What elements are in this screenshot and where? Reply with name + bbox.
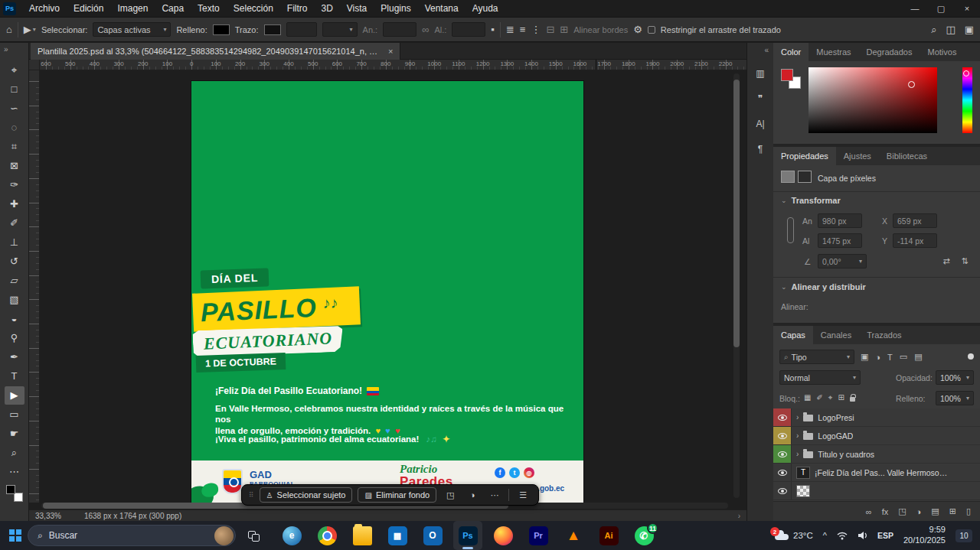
flip-horizontal-icon[interactable]: ⇄ [939, 254, 954, 268]
document-tab[interactable]: Plantilla 2025.psd al 33,3% (504664122_5… [31, 43, 400, 60]
path-arrangement-icon[interactable]: ≡ [520, 24, 526, 35]
start-button[interactable] [5, 521, 26, 550]
new-group-icon[interactable]: ▤ [931, 506, 939, 516]
gear-icon[interactable]: ⚙ [633, 24, 642, 35]
more-options-icon[interactable]: ⋯ [486, 487, 503, 503]
menu-imagen[interactable]: Imagen [110, 0, 155, 17]
contextbar-drag-handle[interactable]: ⠿ [249, 491, 254, 499]
menu-capa[interactable]: Capa [155, 0, 191, 17]
menu-3d[interactable]: 3D [314, 0, 339, 17]
tab-color[interactable]: Color [773, 43, 808, 61]
task-view-button[interactable] [240, 521, 266, 550]
lock-all-icon[interactable] [850, 397, 855, 402]
weather-widget[interactable]: 2 23°C [775, 531, 813, 540]
saturation-brightness-field[interactable] [808, 67, 937, 133]
clock[interactable]: 9:59 20/10/2025 [903, 525, 946, 546]
tab-close-icon[interactable]: × [388, 47, 393, 56]
minimize-icon[interactable]: — [902, 0, 928, 17]
comments-panel-icon[interactable]: ❞ [751, 89, 769, 108]
bar-properties-icon[interactable]: ☰ [514, 487, 531, 503]
adjustment-layer-icon[interactable]: ◑ [916, 507, 922, 516]
crop-tool[interactable]: ⌗ [5, 138, 24, 156]
menu-ventana[interactable]: Ventana [418, 0, 466, 17]
taskbar-app-premiere[interactable]: Pr [524, 521, 553, 550]
rotation-field[interactable]: 0,00° ▾ [818, 254, 867, 268]
taskbar-app-firefox[interactable] [488, 521, 518, 550]
menu-selección[interactable]: Selección [227, 0, 280, 17]
workspace-panel-icon[interactable]: ◫ [946, 24, 955, 35]
lock-paint-icon[interactable]: ✐ [816, 393, 822, 402]
stroke-swatch[interactable] [264, 24, 281, 35]
layer-row[interactable] [773, 482, 980, 500]
opacity-field[interactable]: 100% ▾ [936, 370, 974, 385]
paragraph-panel-icon[interactable]: ¶ [751, 140, 769, 158]
foreground-color-swatch[interactable] [781, 69, 793, 81]
layer-visibility-toggle[interactable] [773, 427, 792, 444]
blend-mode-dropdown[interactable]: Normal ▾ [779, 370, 861, 385]
zoom-level[interactable]: 33,33% [35, 512, 61, 520]
shape-width-field[interactable] [383, 22, 416, 37]
workspace-switcher-icon[interactable]: ▣ [965, 24, 974, 35]
move-tool[interactable]: ⌖ [5, 61, 24, 80]
layer-row[interactable]: T¡Feliz Día del Pas... Valle Hermoso, ce [773, 464, 980, 482]
filter-adjustment-layers-icon[interactable]: ◑ [875, 353, 880, 362]
hidden-icons-chevron[interactable]: ^ [823, 531, 827, 540]
menu-texto[interactable]: Texto [191, 0, 227, 17]
eyedropper-tool[interactable]: ✑ [5, 176, 24, 194]
expand-group-icon[interactable]: › [796, 450, 799, 458]
home-icon[interactable]: ⌂ [6, 24, 12, 35]
restore-icon[interactable]: ▢ [928, 0, 954, 17]
select-subject-button[interactable]: ♙ Seleccionar sujeto [260, 487, 353, 503]
menu-filtro[interactable]: Filtro [280, 0, 315, 17]
clone-stamp-tool[interactable]: ⊥ [5, 233, 24, 252]
expand-group-icon[interactable]: › [796, 431, 799, 440]
color-picker-marker[interactable] [908, 81, 915, 88]
taskbar-app-store[interactable]: ▦ [383, 521, 412, 550]
healing-brush-tool[interactable]: ✚ [5, 195, 24, 213]
tab-canales[interactable]: Canales [813, 326, 859, 344]
add-mask-icon[interactable]: ◳ [898, 506, 906, 516]
blur-tool[interactable]: ◒ [5, 310, 24, 328]
taskbar-app-whatsapp[interactable]: ✆11 [629, 521, 658, 550]
contextual-taskbar[interactable]: ⠿ ♙ Seleccionar sujeto ▨ Eliminar fondo … [241, 484, 539, 506]
flip-vertical-icon[interactable]: ⇅ [957, 254, 972, 268]
tab-degradados[interactable]: Degradados [859, 43, 920, 61]
link-dimensions-icon[interactable] [787, 217, 794, 243]
constrain-path-checkbox[interactable] [648, 26, 655, 34]
path-operations-icon[interactable]: ▪ [491, 24, 495, 35]
path-alignment-icon[interactable]: ≣ [506, 24, 514, 35]
edit-toolbar-icon[interactable]: ⋯ [5, 463, 24, 481]
stroke-style-dropdown[interactable]: ▾ [322, 22, 358, 37]
layer-style-icon[interactable]: fx [882, 507, 889, 516]
brush-tool[interactable]: ✐ [5, 214, 24, 233]
layer-row[interactable]: ›LogoPresi [773, 408, 980, 427]
width-field[interactable]: 980 px [818, 213, 862, 228]
layer-visibility-toggle[interactable] [773, 445, 792, 463]
hand-tool[interactable]: ☛ [5, 425, 24, 443]
path-selection-tool[interactable]: ▶ [5, 386, 24, 405]
filter-shape-layers-icon[interactable]: ▭ [900, 352, 907, 362]
tab-motivos[interactable]: Motivos [920, 43, 964, 61]
tab-trazados[interactable]: Trazados [859, 326, 909, 344]
delete-layer-icon[interactable]: ▯ [966, 506, 971, 516]
foreground-background-swatches[interactable] [5, 484, 24, 503]
menu-archivo[interactable]: Archivo [22, 0, 67, 17]
layer-visibility-toggle[interactable] [773, 408, 792, 426]
search-icon[interactable]: ⌕ [931, 24, 936, 36]
tab-propiedades[interactable]: Propiedades [773, 147, 836, 165]
filter-type-layers-icon[interactable]: T [887, 353, 893, 362]
lock-artboard-icon[interactable]: ⊞ [838, 393, 844, 402]
marquee-tool[interactable]: □ [5, 80, 24, 99]
history-brush-tool[interactable]: ↺ [5, 252, 24, 271]
fill-field[interactable]: 100% ▾ [936, 391, 974, 405]
close-icon[interactable]: × [954, 0, 980, 17]
current-tool-icon[interactable]: ▶ ▾ [24, 24, 36, 35]
hue-slider[interactable] [962, 67, 972, 133]
search-daily-image[interactable] [214, 526, 234, 545]
selection-options-icon[interactable]: ◳ [442, 487, 459, 503]
shape-height-field[interactable] [452, 22, 485, 37]
pen-tool[interactable]: ✒ [5, 348, 24, 366]
gradient-tool[interactable]: ▧ [5, 291, 24, 309]
menu-vista[interactable]: Vista [340, 0, 374, 17]
taskbar-app-illustrator[interactable]: Ai [594, 521, 623, 550]
